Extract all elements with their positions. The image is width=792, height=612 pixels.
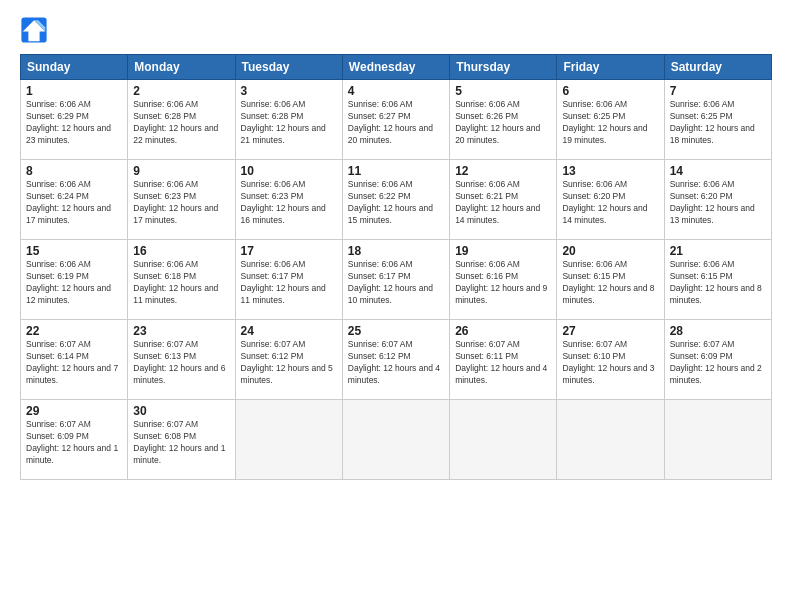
col-tuesday: Tuesday: [235, 55, 342, 80]
day-info: Sunrise: 6:06 AM Sunset: 6:28 PM Dayligh…: [241, 99, 337, 147]
table-row: 8 Sunrise: 6:06 AM Sunset: 6:24 PM Dayli…: [21, 160, 128, 240]
page: Sunday Monday Tuesday Wednesday Thursday…: [0, 0, 792, 612]
day-info: Sunrise: 6:06 AM Sunset: 6:17 PM Dayligh…: [348, 259, 444, 307]
day-info: Sunrise: 6:07 AM Sunset: 6:08 PM Dayligh…: [133, 419, 229, 467]
day-info: Sunrise: 6:06 AM Sunset: 6:23 PM Dayligh…: [241, 179, 337, 227]
table-row: 20 Sunrise: 6:06 AM Sunset: 6:15 PM Dayl…: [557, 240, 664, 320]
day-number: 9: [133, 164, 229, 178]
day-info: Sunrise: 6:06 AM Sunset: 6:20 PM Dayligh…: [670, 179, 766, 227]
day-info: Sunrise: 6:06 AM Sunset: 6:15 PM Dayligh…: [670, 259, 766, 307]
table-row: 27 Sunrise: 6:07 AM Sunset: 6:10 PM Dayl…: [557, 320, 664, 400]
day-number: 29: [26, 404, 122, 418]
empty-cell: [235, 400, 342, 480]
day-info: Sunrise: 6:06 AM Sunset: 6:29 PM Dayligh…: [26, 99, 122, 147]
day-number: 1: [26, 84, 122, 98]
day-info: Sunrise: 6:07 AM Sunset: 6:13 PM Dayligh…: [133, 339, 229, 387]
table-row: 2 Sunrise: 6:06 AM Sunset: 6:28 PM Dayli…: [128, 80, 235, 160]
day-number: 11: [348, 164, 444, 178]
day-number: 18: [348, 244, 444, 258]
table-row: 23 Sunrise: 6:07 AM Sunset: 6:13 PM Dayl…: [128, 320, 235, 400]
col-friday: Friday: [557, 55, 664, 80]
day-info: Sunrise: 6:07 AM Sunset: 6:11 PM Dayligh…: [455, 339, 551, 387]
day-number: 2: [133, 84, 229, 98]
table-row: 15 Sunrise: 6:06 AM Sunset: 6:19 PM Dayl…: [21, 240, 128, 320]
table-row: 13 Sunrise: 6:06 AM Sunset: 6:20 PM Dayl…: [557, 160, 664, 240]
day-info: Sunrise: 6:06 AM Sunset: 6:16 PM Dayligh…: [455, 259, 551, 307]
empty-cell: [557, 400, 664, 480]
table-row: 28 Sunrise: 6:07 AM Sunset: 6:09 PM Dayl…: [664, 320, 771, 400]
day-number: 22: [26, 324, 122, 338]
day-info: Sunrise: 6:06 AM Sunset: 6:27 PM Dayligh…: [348, 99, 444, 147]
day-info: Sunrise: 6:07 AM Sunset: 6:12 PM Dayligh…: [348, 339, 444, 387]
day-info: Sunrise: 6:06 AM Sunset: 6:19 PM Dayligh…: [26, 259, 122, 307]
empty-cell: [664, 400, 771, 480]
table-row: 12 Sunrise: 6:06 AM Sunset: 6:21 PM Dayl…: [450, 160, 557, 240]
day-number: 7: [670, 84, 766, 98]
table-row: 22 Sunrise: 6:07 AM Sunset: 6:14 PM Dayl…: [21, 320, 128, 400]
day-info: Sunrise: 6:07 AM Sunset: 6:09 PM Dayligh…: [26, 419, 122, 467]
day-number: 19: [455, 244, 551, 258]
day-number: 27: [562, 324, 658, 338]
day-info: Sunrise: 6:07 AM Sunset: 6:10 PM Dayligh…: [562, 339, 658, 387]
day-number: 24: [241, 324, 337, 338]
day-info: Sunrise: 6:06 AM Sunset: 6:18 PM Dayligh…: [133, 259, 229, 307]
day-info: Sunrise: 6:06 AM Sunset: 6:26 PM Dayligh…: [455, 99, 551, 147]
day-number: 13: [562, 164, 658, 178]
day-info: Sunrise: 6:07 AM Sunset: 6:09 PM Dayligh…: [670, 339, 766, 387]
table-row: 1 Sunrise: 6:06 AM Sunset: 6:29 PM Dayli…: [21, 80, 128, 160]
table-row: 4 Sunrise: 6:06 AM Sunset: 6:27 PM Dayli…: [342, 80, 449, 160]
day-number: 6: [562, 84, 658, 98]
day-number: 4: [348, 84, 444, 98]
day-info: Sunrise: 6:06 AM Sunset: 6:22 PM Dayligh…: [348, 179, 444, 227]
table-row: 10 Sunrise: 6:06 AM Sunset: 6:23 PM Dayl…: [235, 160, 342, 240]
day-number: 21: [670, 244, 766, 258]
day-info: Sunrise: 6:06 AM Sunset: 6:21 PM Dayligh…: [455, 179, 551, 227]
table-row: 17 Sunrise: 6:06 AM Sunset: 6:17 PM Dayl…: [235, 240, 342, 320]
day-number: 14: [670, 164, 766, 178]
logo: [20, 16, 52, 44]
table-row: 16 Sunrise: 6:06 AM Sunset: 6:18 PM Dayl…: [128, 240, 235, 320]
day-number: 5: [455, 84, 551, 98]
table-row: 7 Sunrise: 6:06 AM Sunset: 6:25 PM Dayli…: [664, 80, 771, 160]
day-info: Sunrise: 6:06 AM Sunset: 6:23 PM Dayligh…: [133, 179, 229, 227]
table-row: 6 Sunrise: 6:06 AM Sunset: 6:25 PM Dayli…: [557, 80, 664, 160]
col-sunday: Sunday: [21, 55, 128, 80]
table-row: 24 Sunrise: 6:07 AM Sunset: 6:12 PM Dayl…: [235, 320, 342, 400]
empty-cell: [450, 400, 557, 480]
col-saturday: Saturday: [664, 55, 771, 80]
day-number: 26: [455, 324, 551, 338]
day-number: 28: [670, 324, 766, 338]
day-info: Sunrise: 6:06 AM Sunset: 6:20 PM Dayligh…: [562, 179, 658, 227]
day-number: 16: [133, 244, 229, 258]
table-row: 14 Sunrise: 6:06 AM Sunset: 6:20 PM Dayl…: [664, 160, 771, 240]
day-info: Sunrise: 6:07 AM Sunset: 6:14 PM Dayligh…: [26, 339, 122, 387]
col-thursday: Thursday: [450, 55, 557, 80]
day-info: Sunrise: 6:06 AM Sunset: 6:25 PM Dayligh…: [562, 99, 658, 147]
header: [20, 16, 772, 44]
table-row: 25 Sunrise: 6:07 AM Sunset: 6:12 PM Dayl…: [342, 320, 449, 400]
day-number: 30: [133, 404, 229, 418]
table-row: 18 Sunrise: 6:06 AM Sunset: 6:17 PM Dayl…: [342, 240, 449, 320]
day-info: Sunrise: 6:06 AM Sunset: 6:28 PM Dayligh…: [133, 99, 229, 147]
day-info: Sunrise: 6:06 AM Sunset: 6:24 PM Dayligh…: [26, 179, 122, 227]
day-number: 23: [133, 324, 229, 338]
table-row: 19 Sunrise: 6:06 AM Sunset: 6:16 PM Dayl…: [450, 240, 557, 320]
day-info: Sunrise: 6:07 AM Sunset: 6:12 PM Dayligh…: [241, 339, 337, 387]
day-info: Sunrise: 6:06 AM Sunset: 6:25 PM Dayligh…: [670, 99, 766, 147]
header-row: Sunday Monday Tuesday Wednesday Thursday…: [21, 55, 772, 80]
empty-cell: [342, 400, 449, 480]
day-number: 3: [241, 84, 337, 98]
day-info: Sunrise: 6:06 AM Sunset: 6:15 PM Dayligh…: [562, 259, 658, 307]
calendar-table: Sunday Monday Tuesday Wednesday Thursday…: [20, 54, 772, 480]
col-monday: Monday: [128, 55, 235, 80]
day-number: 12: [455, 164, 551, 178]
table-row: 29 Sunrise: 6:07 AM Sunset: 6:09 PM Dayl…: [21, 400, 128, 480]
table-row: 3 Sunrise: 6:06 AM Sunset: 6:28 PM Dayli…: [235, 80, 342, 160]
day-number: 15: [26, 244, 122, 258]
day-number: 25: [348, 324, 444, 338]
table-row: 11 Sunrise: 6:06 AM Sunset: 6:22 PM Dayl…: [342, 160, 449, 240]
table-row: 30 Sunrise: 6:07 AM Sunset: 6:08 PM Dayl…: [128, 400, 235, 480]
table-row: 21 Sunrise: 6:06 AM Sunset: 6:15 PM Dayl…: [664, 240, 771, 320]
table-row: 26 Sunrise: 6:07 AM Sunset: 6:11 PM Dayl…: [450, 320, 557, 400]
day-number: 8: [26, 164, 122, 178]
